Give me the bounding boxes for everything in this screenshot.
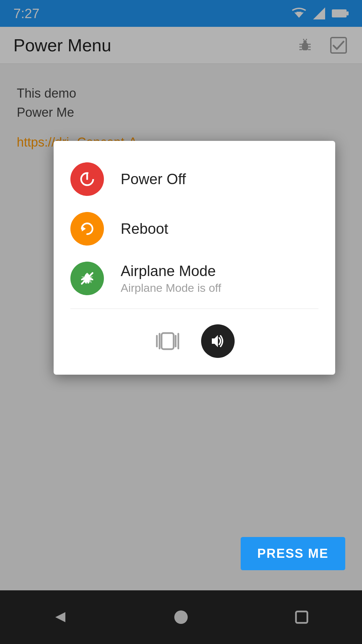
power-off-icon bbox=[78, 170, 96, 188]
airplane-mode-icon-circle bbox=[70, 262, 104, 295]
power-off-icon-circle bbox=[70, 162, 104, 196]
recents-icon bbox=[293, 609, 310, 626]
nav-bar bbox=[0, 590, 362, 644]
back-button[interactable] bbox=[47, 604, 74, 631]
reboot-label: Reboot bbox=[121, 220, 168, 237]
sound-button[interactable] bbox=[201, 324, 235, 358]
recents-button[interactable] bbox=[288, 604, 315, 631]
vibrate-button[interactable] bbox=[154, 328, 181, 355]
svg-marker-18 bbox=[82, 226, 86, 231]
reboot-item[interactable]: Reboot bbox=[70, 204, 318, 254]
svg-marker-26 bbox=[55, 612, 65, 622]
power-off-label: Power Off bbox=[121, 171, 186, 187]
svg-rect-28 bbox=[296, 611, 307, 623]
svg-rect-22 bbox=[162, 333, 174, 349]
svg-marker-25 bbox=[212, 335, 218, 347]
power-menu-card: Power Off Reboot Airplane Mode bbox=[54, 141, 335, 375]
home-button[interactable] bbox=[168, 604, 194, 631]
svg-point-27 bbox=[174, 610, 188, 624]
menu-divider bbox=[70, 309, 318, 309]
back-icon bbox=[52, 609, 69, 626]
airplane-mode-label: Airplane Mode Airplane Mode is off bbox=[121, 263, 221, 294]
reboot-icon bbox=[78, 220, 96, 237]
reboot-icon-circle bbox=[70, 212, 104, 246]
sound-row bbox=[70, 314, 318, 361]
press-me-button[interactable]: PRESS ME bbox=[241, 537, 345, 570]
airplane-icon bbox=[78, 270, 96, 287]
sound-on-icon bbox=[208, 332, 227, 351]
vibrate-icon bbox=[154, 328, 181, 355]
power-off-item[interactable]: Power Off bbox=[70, 154, 318, 204]
airplane-mode-item[interactable]: Airplane Mode Airplane Mode is off bbox=[70, 254, 318, 303]
home-icon bbox=[173, 609, 189, 626]
